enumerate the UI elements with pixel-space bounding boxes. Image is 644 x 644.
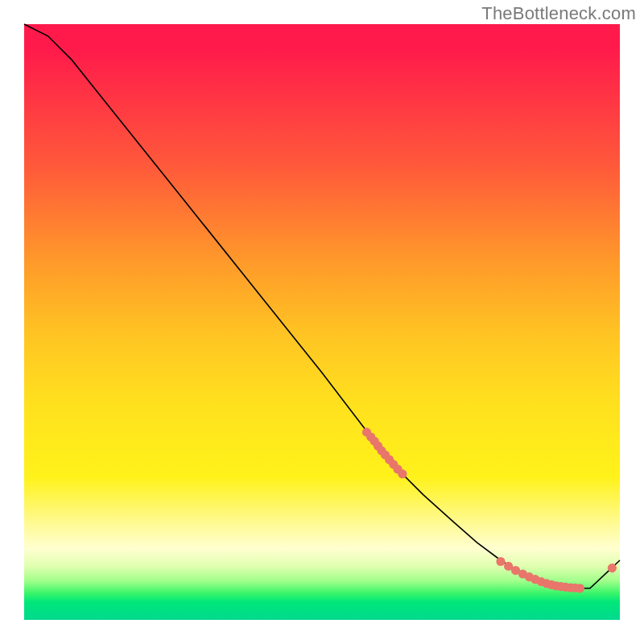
data-point: [496, 557, 505, 566]
data-markers: [362, 427, 617, 592]
data-point: [576, 584, 584, 592]
attribution-label: TheBottleneck.com: [481, 3, 636, 24]
plot-area: [24, 24, 620, 620]
chart-container: TheBottleneck.com: [0, 0, 644, 644]
bottleneck-curve: [24, 24, 620, 588]
data-point: [398, 469, 407, 478]
chart-overlay: [24, 24, 620, 620]
data-point: [608, 564, 617, 572]
